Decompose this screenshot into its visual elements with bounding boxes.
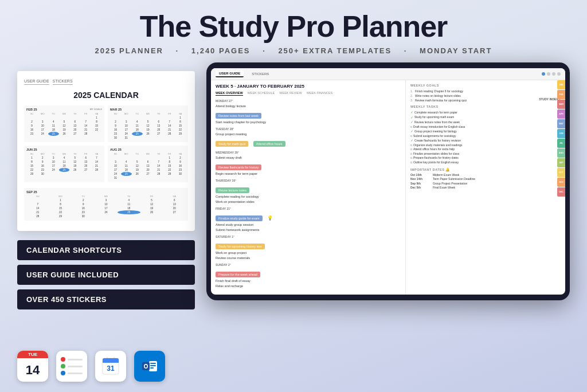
side-tab-jan[interactable]: JAN xyxy=(557,80,565,89)
task-6: □Submit assignments for sociology xyxy=(410,134,561,138)
subtitle-part-1: 2025 PLANNER xyxy=(95,46,163,55)
tablet-screen: USER GUIDE STICKERS WEEK 5 · JANUARY TO … xyxy=(211,68,565,295)
reminders-app-icon[interactable] xyxy=(56,351,87,382)
imp-date-1: Oct 10thMidterm Exam Week xyxy=(410,173,561,177)
reminder-line-1 xyxy=(68,359,83,360)
side-tab-aug[interactable]: AUG xyxy=(557,148,565,158)
tab-stickers-tablet[interactable]: STICKERS xyxy=(248,71,272,77)
week-nav-finances[interactable]: WEEK FINANCES xyxy=(307,91,333,96)
weekly-goals-heading: WEEKLY GOALS xyxy=(410,84,561,87)
outlook-app-icon[interactable] xyxy=(134,351,165,382)
week-nav-schedule[interactable]: WEEK SCHEDULE xyxy=(248,91,275,96)
paper-document: USER GUIDE STICKERS 2025 CALENDAR FEB 25… xyxy=(17,71,195,231)
tab-stickers[interactable]: STICKERS xyxy=(53,79,73,85)
badge-user-guide: USER GUIDE INCLUDED xyxy=(17,265,195,285)
subtitle-dot-3: · xyxy=(404,46,410,55)
week-nav-overview[interactable]: WEEK OVERVIEW xyxy=(216,91,243,96)
side-tab-apr[interactable]: APR xyxy=(557,109,565,119)
goal-3: Review math formulas for upcoming quiz xyxy=(410,99,561,102)
calendar-day-label: TUE xyxy=(17,351,48,358)
svg-rect-8 xyxy=(150,363,156,364)
task-5: ✓Group project meeting for biology xyxy=(410,129,561,133)
tablet-left-panel: WEEK 5 · JANUARY TO FEBRUARY 2025 WEEK O… xyxy=(211,80,406,295)
subtitle-part-4: MONDAY START xyxy=(420,46,492,55)
task-4: □Draft essay introduction for English cl… xyxy=(410,125,561,128)
task-2: ✓Study for upcoming math exam xyxy=(410,115,561,119)
day-wednesday: WEDNESDAY 29° Submit essay draft Review … xyxy=(216,151,401,176)
tablet-body: WEEK 5 · JANUARY TO FEBRUARY 2025 WEEK O… xyxy=(211,80,565,295)
reminder-line-2 xyxy=(68,366,83,367)
bottom-app-icons: TUE 14 31 xyxy=(17,351,165,382)
main-title: The Study Pro Planner xyxy=(0,10,587,43)
dot-1 xyxy=(542,72,545,76)
subtitle-part-2: 1,240 PAGES xyxy=(191,46,251,55)
reminder-dot-red xyxy=(61,357,65,362)
month-sep: SEP 25 SUMOTUWETHFRSA 123456 78910111213… xyxy=(24,188,188,221)
calendar-app-icon[interactable]: TUE 14 xyxy=(17,351,48,382)
day-thursday: THURSDAY 30° Reuse lecture notes Complet… xyxy=(216,179,401,204)
day-monday: MONDAY 27° Attend biology lecture Review… xyxy=(216,99,401,124)
subtitle: 2025 PLANNER · 1,240 PAGES · 250+ EXTRA … xyxy=(0,46,587,55)
header: The Study Pro Planner 2025 PLANNER · 1,2… xyxy=(0,0,587,60)
subtitle-dot-2: · xyxy=(263,46,269,55)
side-tab-sep[interactable]: SEP xyxy=(557,158,565,167)
day-tuesday: TUESDAY 28° Group project meeting Study … xyxy=(216,127,401,148)
calendar-grid: FEB 25MY GOALS SUMOTUWETHFRSA 1 2345678 … xyxy=(24,105,188,182)
calendar-title: 2025 CALENDAR xyxy=(24,91,188,100)
day-sunday: SUNDAY 2° Prepare for the week ahead Fin… xyxy=(216,263,401,288)
important-dates-heading: IMPORTANT DATES 🔔 xyxy=(410,167,561,171)
task-7: ✓Create flashcards for history revision xyxy=(410,138,561,142)
week-nav-review[interactable]: WEEK REVIEW xyxy=(279,91,302,96)
reminder-line-3 xyxy=(68,373,83,374)
paper-tabs: USER GUIDE STICKERS xyxy=(24,79,188,85)
side-tab-dec[interactable]: DEC xyxy=(557,187,565,197)
feature-badges: CALENDAR SHORTCUTS USER GUIDE INCLUDED O… xyxy=(17,240,195,309)
tab-user-guide-active[interactable]: USER GUIDE xyxy=(216,70,244,77)
tab-dots xyxy=(542,72,561,76)
task-1: ✓Complete research for term paper xyxy=(410,110,561,114)
side-tab-nov[interactable]: NOV xyxy=(557,178,565,187)
google-calendar-icon[interactable]: 31 xyxy=(95,351,126,382)
tablet-outer: USER GUIDE STICKERS WEEK 5 · JANUARY TO … xyxy=(206,62,570,300)
side-tabs: JAN FEB MAR APR MAY JUN JUL AUG SEP OCT … xyxy=(557,80,565,197)
important-dates-section: IMPORTANT DATES 🔔 Oct 10thMidterm Exam W… xyxy=(410,167,561,190)
calendar-day-number: 14 xyxy=(17,358,48,382)
imp-date-4: Dec 5thFinal Exam Week xyxy=(410,186,561,189)
reminder-dot-blue xyxy=(61,371,65,375)
svg-rect-9 xyxy=(150,365,156,366)
side-tab-oct[interactable]: OCT xyxy=(557,168,565,177)
side-tab-jul[interactable]: JUL xyxy=(557,139,565,148)
side-tab-may[interactable]: MAY xyxy=(557,119,565,128)
badge-calendar-shortcuts: CALENDAR SHORTCUTS xyxy=(17,240,195,260)
month-feb: FEB 25MY GOALS SUMOTUWETHFRSA 1 2345678 … xyxy=(24,105,104,142)
side-tab-jun[interactable]: JUN xyxy=(557,129,565,138)
tablet-mockup: USER GUIDE STICKERS WEEK 5 · JANUARY TO … xyxy=(206,62,570,300)
task-8: □Organize study materials and readings xyxy=(410,143,561,147)
task-10: □Finalize presentation slides for class xyxy=(410,152,561,155)
week-nav: WEEK OVERVIEW WEEK SCHEDULE WEEK REVIEW … xyxy=(216,91,401,96)
day-friday: FRIDAY 21° Finalize study guide for exam… xyxy=(216,207,401,232)
subtitle-part-3: 250+ EXTRA TEMPLATES xyxy=(278,46,392,55)
dot-2 xyxy=(547,72,550,76)
badge-stickers: OVER 450 STICKERS xyxy=(17,289,195,309)
goal-2: Write notes on biology lecture slides xyxy=(410,94,561,97)
tab-user-guide[interactable]: USER GUIDE xyxy=(24,79,49,85)
task-3: ✓Review lecture notes from the week xyxy=(410,120,561,124)
dot-3 xyxy=(552,72,555,76)
goal-1: Finish reading Chapter 6 for sociology xyxy=(410,89,561,93)
imp-date-3: Sep 9thGroup Project Presentation xyxy=(410,182,561,185)
weekly-tasks-heading: WEEKLY TASKS xyxy=(410,105,561,108)
svg-point-13 xyxy=(145,365,147,368)
tablet-right-panel: STUDY INDEX ≡ JAN FEB MAR APR MAY JUN JU… xyxy=(406,80,565,295)
task-11: □Prepare flashcards for history dates xyxy=(410,156,561,159)
left-mockup: USER GUIDE STICKERS 2025 CALENDAR FEB 25… xyxy=(17,71,195,309)
month-aug: AUG 25 SUMOTUWETHFRSA 12 3456789 1011121… xyxy=(108,146,188,182)
week-title: WEEK 5 · JANUARY TO FEBRUARY 2025 xyxy=(216,84,401,89)
subtitle-dot-1: · xyxy=(176,46,182,55)
tablet-nav: USER GUIDE STICKERS xyxy=(211,68,565,80)
month-mar: MAR 25 SUMOTUWETHFRSA 1 2345678 91011121… xyxy=(108,105,188,142)
task-9: □Attend office hours for extra help xyxy=(410,147,561,151)
month-jun: JUN 25 SUMOTUWETHFRSA 1234567 8910111213… xyxy=(24,146,104,182)
svg-rect-2 xyxy=(103,360,119,363)
svg-rect-10 xyxy=(150,367,154,369)
